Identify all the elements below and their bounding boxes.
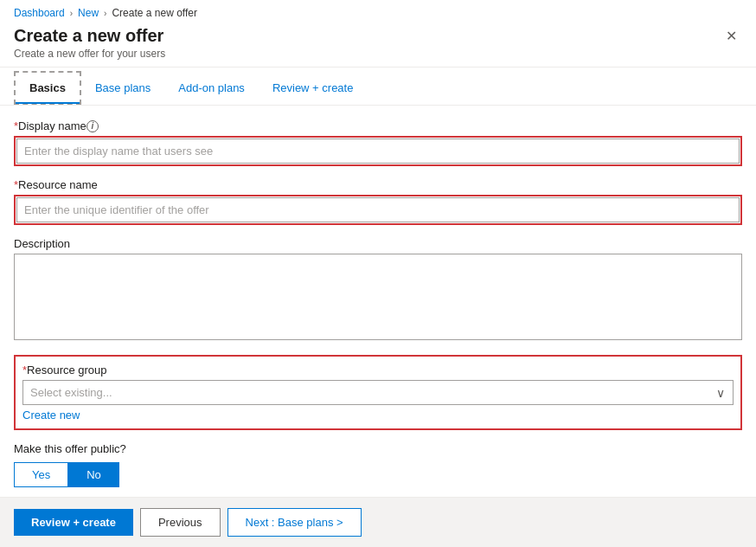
page-title: Create a new offer bbox=[14, 26, 165, 46]
toggle-group: Yes No bbox=[14, 462, 742, 487]
resource-name-input-wrapper bbox=[14, 195, 742, 225]
form-content: * Display name i * Resource name Descrip… bbox=[0, 106, 756, 497]
tab-basics[interactable]: Basics bbox=[14, 71, 81, 105]
toggle-no-button[interactable]: No bbox=[68, 462, 119, 487]
display-name-info-icon[interactable]: i bbox=[86, 120, 99, 132]
public-offer-group: Make this offer public? Yes No bbox=[14, 442, 742, 487]
tab-review-create[interactable]: Review + create bbox=[259, 73, 368, 103]
breadcrumb-sep-1: › bbox=[70, 9, 73, 18]
header-divider bbox=[0, 67, 756, 68]
next-button[interactable]: Next : Base plans > bbox=[227, 508, 362, 537]
tab-base-plans[interactable]: Base plans bbox=[81, 73, 164, 103]
create-new-link[interactable]: Create new bbox=[22, 409, 80, 422]
page-subtitle: Create a new offer for your users bbox=[14, 48, 165, 60]
resource-group-outer: * Resource group Select existing... ∨ Cr… bbox=[14, 355, 742, 430]
description-group: Description bbox=[14, 237, 742, 343]
breadcrumb-current: Create a new offer bbox=[112, 7, 197, 19]
page-header: Create a new offer Create a new offer fo… bbox=[0, 23, 756, 63]
page-container: Dashboard › New › Create a new offer Cre… bbox=[0, 0, 756, 547]
resource-name-label-row: * Resource name bbox=[14, 178, 742, 191]
resource-name-input[interactable] bbox=[16, 197, 740, 222]
breadcrumb: Dashboard › New › Create a new offer bbox=[0, 0, 756, 23]
previous-button[interactable]: Previous bbox=[140, 508, 221, 537]
breadcrumb-dashboard[interactable]: Dashboard bbox=[14, 7, 65, 19]
review-create-button[interactable]: Review + create bbox=[14, 509, 133, 536]
description-label: Description bbox=[14, 237, 70, 250]
display-name-group: * Display name i bbox=[14, 119, 742, 166]
resource-group-select[interactable]: Select existing... bbox=[22, 380, 734, 405]
display-name-input-wrapper bbox=[14, 136, 742, 166]
toggle-yes-button[interactable]: Yes bbox=[14, 462, 68, 487]
display-name-label-row: * Display name i bbox=[14, 119, 742, 132]
resource-group-label-row: * Resource group bbox=[22, 364, 734, 376]
resource-name-label: Resource name bbox=[18, 178, 98, 191]
display-name-input[interactable] bbox=[16, 138, 740, 164]
description-label-row: Description bbox=[14, 237, 742, 250]
page-header-text: Create a new offer Create a new offer fo… bbox=[14, 26, 165, 60]
tab-addon-plans[interactable]: Add-on plans bbox=[164, 73, 259, 103]
footer: Review + create Previous Next : Base pla… bbox=[0, 497, 756, 547]
close-button[interactable]: ✕ bbox=[721, 26, 742, 46]
public-offer-label: Make this offer public? bbox=[14, 442, 742, 455]
resource-group-label: Resource group bbox=[27, 364, 107, 376]
resource-group-select-wrapper: Select existing... ∨ bbox=[22, 380, 734, 405]
description-input[interactable] bbox=[14, 254, 742, 340]
resource-name-group: * Resource name bbox=[14, 178, 742, 225]
breadcrumb-sep-2: › bbox=[104, 9, 106, 18]
breadcrumb-new[interactable]: New bbox=[78, 7, 99, 19]
tabs-container: Basics Base plans Add-on plans Review + … bbox=[0, 71, 756, 106]
display-name-label: Display name bbox=[18, 119, 86, 132]
